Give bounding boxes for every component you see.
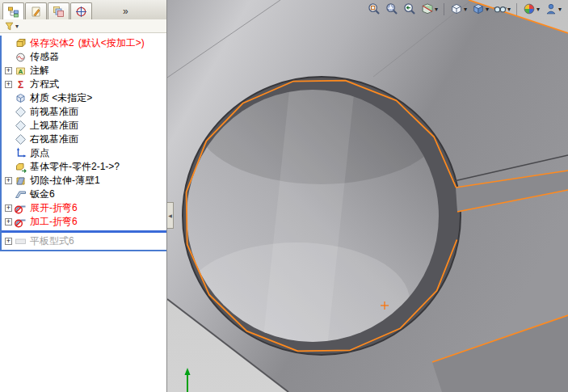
- tree-item-label: 基体零件-零件2-1->?: [30, 160, 120, 174]
- tree-item-label: 前视基准面: [30, 105, 78, 119]
- svg-text:A: A: [19, 68, 23, 75]
- tree-item-config: (默认<按加工>): [78, 36, 145, 50]
- tree-item[interactable]: +加工-折弯6: [2, 215, 166, 229]
- tab-overflow-button[interactable]: »: [123, 6, 128, 19]
- flat-pattern-icon: [15, 235, 27, 247]
- tree-item-label: 平板型式6: [30, 234, 74, 248]
- model-3d-view[interactable]: [167, 0, 568, 392]
- propertymanager-tab[interactable]: [25, 2, 47, 19]
- dropdown-caret: ▾: [464, 6, 467, 13]
- tree-item-label: 上视基准面: [30, 119, 78, 133]
- cut-extrude-icon: [15, 175, 27, 187]
- tree-item[interactable]: 材质 <未指定>: [2, 91, 166, 105]
- tree-item-label: 展开-折弯6: [30, 201, 78, 215]
- dimxpert-tab[interactable]: [70, 2, 92, 19]
- section-icon: [421, 2, 434, 15]
- tree-item-label: 右视基准面: [30, 133, 78, 146]
- panel-collapse-handle[interactable]: ◀: [167, 202, 174, 229]
- tree-item-icon-slot: [15, 235, 27, 247]
- tree-item[interactable]: +平板型式6: [2, 234, 166, 248]
- tree-item-icon-slot: [15, 161, 27, 173]
- plane-icon: [15, 133, 27, 145]
- view-orientation-button[interactable]: ▾: [448, 2, 469, 16]
- dropdown-caret: ▾: [507, 6, 511, 13]
- tree-item[interactable]: +Σ方程式: [2, 78, 166, 91]
- tree-item-icon-slot: [15, 51, 27, 63]
- tree-item-icon-slot: [15, 175, 27, 187]
- tree-item[interactable]: 传感器: [2, 50, 166, 64]
- material-icon: [15, 92, 27, 104]
- heads-up-toolbar: ▾▾▾▾▾▾: [366, 2, 563, 16]
- tree-item-icon-slot: [15, 188, 27, 200]
- edit-appearance-button[interactable]: ▾: [521, 2, 541, 16]
- previous-view-button[interactable]: [402, 2, 418, 16]
- graphics-area[interactable]: ▾▾▾▾▾▾: [167, 0, 568, 392]
- filter-button[interactable]: [4, 21, 15, 32]
- plane-icon: [15, 106, 27, 118]
- featuremanager-panel: » ▾ 保存实体2(默认<按加工>)传感器+A注解+Σ方程式材质 <未指定>前视…: [0, 0, 167, 392]
- tree-item-icon-slot: [15, 147, 27, 159]
- expand-toggle[interactable]: +: [5, 204, 12, 212]
- tree-item[interactable]: +展开-折弯6: [2, 201, 166, 215]
- sensors-icon: [15, 51, 27, 63]
- expand-toggle[interactable]: +: [5, 218, 12, 226]
- tree-item-icon-slot: [15, 106, 27, 118]
- bend-error-icon: [15, 202, 27, 214]
- tree-item-icon-slot: [15, 133, 27, 145]
- zoom-to-fit-button[interactable]: [366, 2, 382, 16]
- bend-error-icon: [15, 216, 27, 228]
- dropdown-caret: ▾: [435, 6, 438, 13]
- magnifier-area-icon: [385, 2, 398, 15]
- tree-item-label: 注解: [30, 64, 49, 78]
- part-icon: [15, 37, 27, 49]
- tree-item[interactable]: 右视基准面: [2, 133, 166, 146]
- toolbar-separator: [516, 3, 517, 15]
- scene-person-icon: [545, 2, 557, 15]
- dropdown-caret: ▾: [558, 6, 562, 13]
- filter-icon: [4, 21, 15, 32]
- toolbar-separator: [444, 3, 444, 15]
- magnifier-prev-icon: [403, 2, 416, 15]
- tree-item[interactable]: 保存实体2(默认<按加工>): [2, 36, 166, 50]
- zoom-to-area-button[interactable]: [384, 2, 400, 16]
- tree-item-icon-slot: [15, 120, 27, 132]
- rollback-bar[interactable]: [2, 230, 166, 233]
- view-cube-icon: [450, 2, 463, 15]
- tree-item-icon-slot: Σ: [15, 78, 27, 91]
- tree-item-icon-slot: [15, 92, 27, 104]
- filter-caret[interactable]: ▾: [15, 23, 19, 30]
- tree-item-label: 材质 <未指定>: [30, 91, 92, 105]
- tree-item[interactable]: 钣金6: [2, 188, 166, 201]
- appearance-sphere-icon: [523, 2, 536, 15]
- tree-item[interactable]: 基体零件-零件2-1->?: [2, 160, 166, 174]
- property-icon: [30, 6, 42, 18]
- configurationmanager-tab[interactable]: [48, 2, 69, 19]
- expand-toggle[interactable]: +: [5, 238, 12, 245]
- section-view-button[interactable]: ▾: [419, 2, 440, 16]
- magnifier-fit-icon: [368, 2, 381, 15]
- hide-show-items-button[interactable]: ▾: [492, 2, 512, 16]
- feature-tree: 保存实体2(默认<按加工>)传感器+A注解+Σ方程式材质 <未指定>前视基准面上…: [0, 36, 166, 251]
- featuremanager-tree-tab[interactable]: [2, 2, 24, 19]
- origin-icon: [15, 147, 27, 159]
- display-style-button[interactable]: ▾: [470, 2, 490, 16]
- dropdown-caret: ▾: [536, 6, 540, 13]
- annotations-icon: A: [15, 65, 27, 77]
- tree-item[interactable]: 上视基准面: [2, 119, 166, 133]
- tree-item[interactable]: +A注解: [2, 64, 166, 78]
- expand-toggle[interactable]: +: [5, 177, 12, 184]
- expand-toggle[interactable]: +: [5, 81, 12, 88]
- dimxpert-icon: [75, 6, 87, 18]
- tree-item-icon-slot: A: [15, 65, 27, 77]
- tree-item[interactable]: 前视基准面: [2, 105, 166, 119]
- tree-item-label: 方程式: [30, 78, 59, 91]
- expand-toggle[interactable]: +: [5, 67, 12, 74]
- tree-item[interactable]: 原点: [2, 146, 166, 160]
- tree-item-label: 传感器: [30, 50, 59, 64]
- apply-scene-button[interactable]: ▾: [543, 2, 563, 16]
- plane-icon: [15, 120, 27, 132]
- manager-tab-bar: »: [0, 0, 166, 19]
- tree-item[interactable]: +切除-拉伸-薄壁1: [2, 174, 166, 188]
- display-style-icon: [472, 2, 485, 15]
- svg-text:Σ: Σ: [18, 79, 23, 91]
